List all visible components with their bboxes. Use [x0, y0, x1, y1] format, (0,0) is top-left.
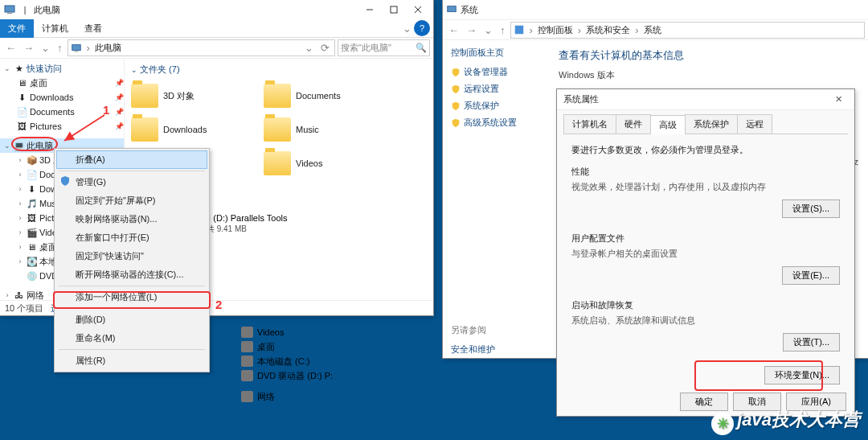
nav-back-icon[interactable]: ←: [3, 42, 18, 54]
close-button[interactable]: [406, 1, 430, 19]
link-system-protect[interactable]: 系统保护: [451, 97, 539, 114]
dvd-icon: [241, 370, 253, 381]
svg-rect-9: [448, 6, 457, 12]
ribbon-expand-icon[interactable]: ⌄: [400, 23, 414, 35]
shield-icon: [451, 101, 461, 111]
folder-videos[interactable]: Videos: [262, 146, 387, 180]
menu-manage[interactable]: 管理(G): [56, 173, 207, 191]
menu-rename[interactable]: 重命名(M): [56, 329, 207, 347]
nav-up-icon[interactable]: ↑: [497, 24, 508, 36]
address-pc-icon: [71, 43, 82, 54]
ribbon-tab-view[interactable]: 查看: [76, 19, 110, 38]
link-remote-settings[interactable]: 远程设置: [451, 80, 539, 97]
performance-group: 性能 视觉效果，处理器计划，内存使用，以及虚拟内存 设置(S)...: [571, 166, 840, 218]
ribbon-tab-computer[interactable]: 计算机: [34, 19, 76, 38]
tab-hardware[interactable]: 硬件: [616, 114, 651, 134]
link-advanced-settings[interactable]: 高级系统设置: [451, 114, 539, 131]
dialog-title: 系统属性: [563, 93, 599, 105]
folder-music[interactable]: Music: [262, 113, 387, 146]
link-device-manager[interactable]: 设备管理器: [451, 64, 539, 80]
qat-divider-icon: |: [18, 3, 31, 16]
music-icon: 🎵: [26, 198, 38, 210]
menu-map-drive[interactable]: 映射网络驱动器(N)...: [56, 210, 207, 228]
menu-add-location[interactable]: 添加一个网络位置(L): [56, 288, 207, 306]
network-icon: 🖧: [13, 290, 25, 301]
address-dropdown-icon[interactable]: ⌄: [302, 42, 316, 54]
shield-icon: [451, 84, 461, 94]
also-see-header: 另请参阅: [451, 325, 486, 335]
context-menu: 折叠(A) 管理(G) 固定到"开始"屏幕(P) 映射网络驱动器(N)... 在…: [54, 148, 210, 372]
menu-delete[interactable]: 删除(D): [56, 310, 207, 329]
startup-recovery-group: 启动和故障恢复 系统启动、系统故障和调试信息 设置(T)...: [571, 299, 840, 352]
list-item-desktop[interactable]: 桌面: [241, 339, 402, 354]
sidebar-documents[interactable]: 📄Documents📌: [0, 105, 124, 119]
performance-settings-button[interactable]: 设置(S)...: [782, 199, 840, 218]
address-text: 此电脑: [95, 42, 121, 54]
sidebar-desktop[interactable]: 🖥桌面📌: [0, 76, 124, 90]
network-icon: [241, 391, 253, 402]
folder-3d[interactable]: 3D 对象: [129, 79, 254, 113]
dialog-title-bar: 系统属性 ✕: [557, 89, 854, 110]
menu-open-new[interactable]: 在新窗口中打开(E): [56, 228, 207, 247]
system-icon: [446, 4, 457, 15]
tab-computer-name[interactable]: 计算机名: [563, 114, 616, 134]
nav-recent-icon[interactable]: ⌄: [39, 42, 52, 54]
video-icon: [241, 327, 253, 338]
windows-edition-label: Windows 版本: [559, 69, 857, 81]
list-item-dvd[interactable]: DVD 驱动器 (D:) P:: [241, 368, 402, 383]
star-icon: ★: [13, 63, 25, 75]
pc-icon: 💻: [13, 140, 25, 152]
tab-advanced[interactable]: 高级: [650, 115, 686, 134]
watermark: ✳java技术大本营: [711, 408, 860, 435]
menu-properties[interactable]: 属性(R): [56, 352, 207, 370]
svg-rect-7: [74, 51, 78, 51]
folder-downloads[interactable]: Downloads: [129, 113, 254, 146]
nav-back-icon[interactable]: ←: [446, 24, 461, 36]
list-item-localdisk[interactable]: 本地磁盘 (C:): [241, 354, 402, 368]
shield-icon: [451, 118, 461, 128]
tab-system-protect[interactable]: 系统保护: [685, 114, 738, 134]
search-input[interactable]: 搜索"此电脑" 🔍: [338, 39, 430, 56]
system-panel-breadcrumb[interactable]: ›控制面板 ›系统和安全 ›系统: [510, 22, 866, 39]
folder-icon: [264, 117, 291, 142]
maximize-button[interactable]: [382, 1, 406, 19]
menu-disconnect[interactable]: 断开网络驱动器的连接(C)...: [56, 265, 207, 284]
startup-settings-button[interactable]: 设置(T)...: [783, 333, 840, 352]
svg-rect-10: [514, 26, 523, 35]
nav-forward-icon[interactable]: →: [21, 42, 36, 54]
folder-documents[interactable]: Documents: [262, 79, 387, 113]
nav-forward-icon[interactable]: →: [464, 24, 479, 36]
menu-collapse[interactable]: 折叠(A): [56, 150, 207, 169]
nav-recent-icon[interactable]: ⌄: [481, 24, 495, 36]
link-security-maint[interactable]: 安全和维护: [451, 341, 539, 358]
list-item-videos[interactable]: Videos: [241, 325, 402, 339]
folder-icon: [131, 117, 158, 142]
system-panel-sidebar: 控制面板主页 设备管理器 远程设置 系统保护 高级系统设置 另请参阅 安全和维护: [443, 40, 547, 364]
desktop-list: Videos 桌面 本地磁盘 (C:) DVD 驱动器 (D:) P: 网络: [241, 325, 402, 404]
user-profile-settings-button[interactable]: 设置(E)...: [782, 266, 840, 285]
ribbon-tab-file[interactable]: 文件: [0, 19, 34, 38]
minimize-button[interactable]: [358, 1, 382, 19]
address-bar[interactable]: › 此电脑 ⌄ ⟳: [68, 39, 336, 56]
nav-up-icon[interactable]: ↑: [55, 42, 65, 54]
close-button[interactable]: ✕: [829, 94, 848, 105]
sidebar-downloads[interactable]: ⬇Downloads📌: [0, 90, 124, 105]
folders-section-header[interactable]: ⌄ 文件夹 (7): [129, 62, 428, 79]
pin-icon: 📌: [115, 93, 124, 101]
environment-variables-button[interactable]: 环境变量(N)...: [764, 366, 840, 384]
pin-icon: 📌: [115, 122, 124, 130]
cp-home-link[interactable]: 控制面板主页: [451, 47, 539, 59]
desktop-icon: [241, 341, 253, 352]
pictures-icon: 🖼: [26, 212, 38, 224]
list-item-network[interactable]: 网络: [241, 389, 402, 404]
help-button[interactable]: ?: [414, 20, 430, 36]
sidebar-pictures[interactable]: 🖼Pictures📌: [0, 119, 124, 134]
search-placeholder: 搜索"此电脑": [341, 42, 391, 54]
menu-pin-start[interactable]: 固定到"开始"屏幕(P): [56, 191, 207, 210]
system-panel-title: 系统: [461, 4, 478, 16]
refresh-icon[interactable]: ⟳: [318, 42, 332, 54]
folder-icon: [264, 151, 291, 175]
sidebar-quick-access[interactable]: ⌄★快速访问: [0, 61, 124, 76]
tab-remote[interactable]: 远程: [737, 114, 772, 134]
menu-pin-quick[interactable]: 固定到"快速访问": [56, 247, 207, 265]
